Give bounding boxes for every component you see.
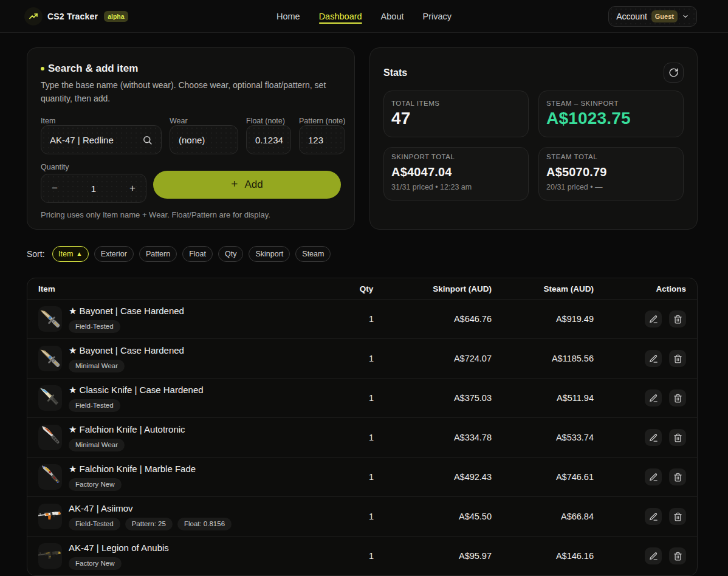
edit-item-button[interactable] — [645, 468, 662, 485]
wear-badge: Field-Tested — [69, 399, 120, 412]
item-cell: ★ Classic Knife | Case Hardened Field-Te… — [38, 385, 336, 412]
stat-steam-minus-skinport: STEAM – SKINPORT A$1023.75 — [538, 91, 684, 137]
item-skinport-price: A$492.43 — [397, 472, 492, 482]
item-qty: 1 — [336, 551, 397, 561]
sort-pill-float[interactable]: Float — [182, 246, 213, 262]
trash-icon — [673, 473, 682, 482]
wear-badge: Float: 0.8156 — [177, 518, 232, 530]
edit-pencil-icon — [649, 552, 658, 561]
weapon-image — [38, 385, 62, 411]
sort-pill-label: Pattern — [146, 250, 170, 258]
item-meta: ★ Classic Knife | Case Hardened Field-Te… — [69, 385, 204, 412]
item-cell: AK-47 | Legion of Anubis Factory New — [38, 543, 336, 570]
item-thumbnail — [38, 425, 62, 450]
sort-pill-label: Exterior — [101, 250, 127, 258]
delete-item-button[interactable] — [669, 468, 686, 485]
sort-pill-exterior[interactable]: Exterior — [94, 246, 134, 262]
edit-item-button[interactable] — [645, 547, 662, 564]
weapon-image — [38, 346, 62, 371]
delete-item-button[interactable] — [669, 508, 686, 525]
item-thumbnail — [38, 306, 62, 332]
stat-caption: 20/31 priced • — — [546, 183, 676, 191]
wear-badge: Minimal Wear — [69, 360, 125, 372]
column-header-item: Item — [38, 284, 336, 293]
edit-item-button[interactable] — [645, 389, 662, 406]
item-name: ★ Falchion Knife | Marble Fade — [69, 464, 196, 475]
table-row: ★ Bayonet | Case Hardened Field-Tested 1… — [27, 299, 697, 338]
table-row: AK-47 | Legion of Anubis Factory New 1 A… — [27, 536, 697, 575]
nav-link-home[interactable]: Home — [276, 10, 300, 22]
sort-pill-qty[interactable]: Qty — [218, 246, 243, 262]
sort-pill-steam[interactable]: Steam — [295, 246, 331, 262]
item-skinport-price: A$95.97 — [397, 551, 492, 561]
wear-select[interactable]: (none) — [170, 125, 238, 154]
row-actions — [594, 350, 686, 367]
add-item-button[interactable]: + Add — [153, 171, 341, 199]
item-field-label: Item — [41, 117, 162, 125]
item-thumbnail — [38, 346, 62, 371]
edit-item-button[interactable] — [645, 429, 662, 446]
item-cell: ★ Falchion Knife | Marble Fade Factory N… — [38, 464, 336, 491]
top-cards-row: Search & add item Type the base name (wi… — [27, 47, 698, 230]
search-card-description: Type the base name (without wear). Choos… — [41, 78, 341, 105]
float-input[interactable]: 0.1234 — [246, 125, 291, 154]
item-steam-price: A$746.61 — [492, 472, 594, 482]
item-thumbnail — [38, 543, 62, 569]
item-search-value: AK-47 | Redline — [50, 135, 114, 145]
stats-grid: TOTAL ITEMS 47 STEAM – SKINPORT A$1023.7… — [383, 91, 684, 201]
wear-badge: Field-Tested — [69, 518, 120, 530]
top-navigation-bar: CS2 Tracker alpha HomeDashboardAboutPriv… — [0, 0, 728, 33]
inventory-table: Item Qty Skinport (AUD) Steam (AUD) Acti… — [27, 278, 698, 576]
app-title: CS2 Tracker — [47, 12, 98, 21]
guest-badge: Guest — [651, 10, 678, 22]
delete-item-button[interactable] — [669, 310, 686, 327]
item-qty: 1 — [336, 472, 397, 482]
pattern-input[interactable]: 123 — [299, 125, 345, 154]
edit-pencil-icon — [649, 512, 658, 521]
sort-pill-pattern[interactable]: Pattern — [139, 246, 177, 262]
account-menu-button[interactable]: Account Guest — [608, 6, 697, 27]
stats-card-title: Stats — [383, 67, 407, 78]
quantity-decrease-button[interactable]: − — [41, 174, 68, 202]
item-badges: Field-Tested — [69, 320, 184, 333]
nav-link-about[interactable]: About — [381, 10, 404, 22]
row-actions — [594, 310, 686, 327]
wear-badge: Field-Tested — [69, 320, 120, 333]
quantity-value: 1 — [68, 183, 119, 194]
wear-badge: Minimal Wear — [69, 439, 125, 451]
delete-item-button[interactable] — [669, 547, 686, 564]
stat-label: STEAM TOTAL — [546, 153, 676, 160]
stat-skinport-total: SKINPORT TOTAL A$4047.04 31/31 priced • … — [383, 147, 529, 201]
sort-pill-label: Qty — [225, 250, 236, 258]
refresh-stats-button[interactable] — [664, 63, 684, 83]
wear-value: (none) — [179, 135, 205, 145]
edit-item-button[interactable] — [645, 350, 662, 367]
float-field-label: Float (note) — [246, 117, 291, 125]
search-card-title-row: Search & add item — [41, 63, 341, 74]
item-name: ★ Falchion Knife | Autotronic — [69, 424, 185, 435]
sort-pill-skinport[interactable]: Skinport — [249, 246, 290, 262]
brand[interactable]: CS2 Tracker alpha — [24, 7, 128, 26]
trash-icon — [673, 552, 682, 561]
item-badges: Minimal Wear — [69, 360, 184, 372]
row-actions — [594, 389, 686, 406]
item-skinport-price: A$375.03 — [397, 393, 492, 403]
sort-pill-label: Float — [189, 250, 206, 258]
nav-link-privacy[interactable]: Privacy — [422, 10, 452, 22]
quantity-stepper: − 1 + — [41, 174, 146, 203]
edit-pencil-icon — [649, 354, 658, 363]
stat-label: TOTAL ITEMS — [391, 100, 521, 107]
item-search-input[interactable]: AK-47 | Redline — [41, 125, 162, 154]
wear-field-group: Wear (none) — [170, 117, 238, 154]
edit-item-button[interactable] — [645, 310, 662, 327]
sort-pill-label: Item — [58, 250, 73, 258]
column-header-actions: Actions — [594, 284, 686, 293]
sort-pill-item[interactable]: Item▲ — [52, 246, 89, 262]
delete-item-button[interactable] — [669, 389, 686, 406]
stat-caption: 31/31 priced • 12:23 am — [391, 183, 521, 191]
delete-item-button[interactable] — [669, 429, 686, 446]
quantity-increase-button[interactable]: + — [119, 174, 146, 202]
delete-item-button[interactable] — [669, 350, 686, 367]
edit-item-button[interactable] — [645, 508, 662, 525]
nav-link-dashboard[interactable]: Dashboard — [319, 10, 362, 22]
